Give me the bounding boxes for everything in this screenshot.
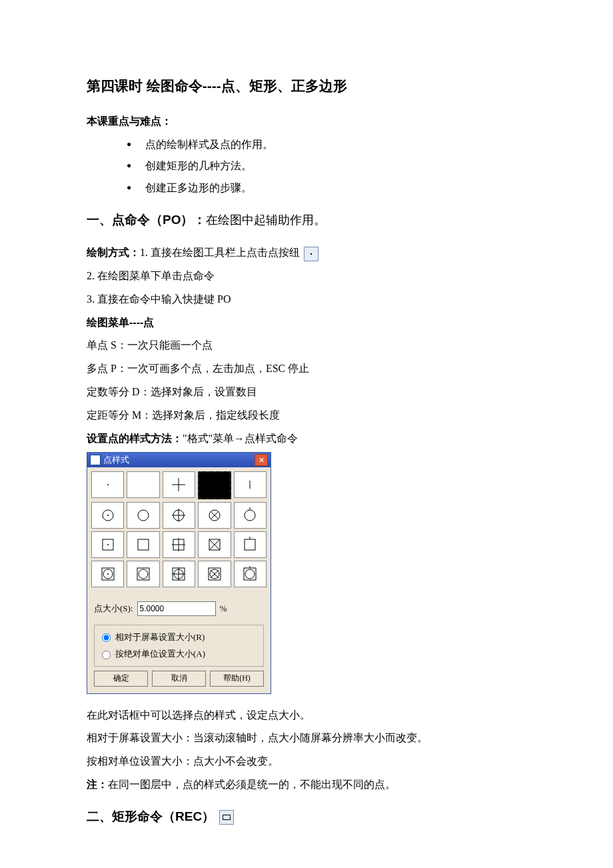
- svg-point-0: [107, 484, 109, 485]
- svg-rect-39: [244, 568, 256, 580]
- note-text: 在同一图层中，点的样式必须是统一的，不能出现不同的点。: [108, 779, 396, 790]
- section-1-desc: 在绘图中起辅助作用。: [206, 213, 326, 227]
- radio-relative-screen-input[interactable]: [102, 633, 111, 642]
- note-line: 注：在同一图层中，点的样式必须是统一的，不能出现不同的点。: [87, 775, 526, 795]
- point-style-option[interactable]: [198, 561, 231, 587]
- section-1-heading: 一、点命令（PO）：在绘图中起辅助作用。: [87, 209, 526, 231]
- list-item: 点的绘制样式及点的作用。: [127, 135, 526, 155]
- point-cmd: 定数等分 D：选择对象后，设置数目: [87, 383, 526, 402]
- key-points-list: 点的绘制样式及点的作用。 创建矩形的几种方法。 创建正多边形的步骤。: [127, 135, 526, 198]
- draw-method-1: 1. 直接在绘图工具栏上点击点按纽: [140, 247, 300, 258]
- point-cmd: 多点 P：一次可画多个点，左击加点，ESC 停止: [87, 359, 526, 379]
- after-dialog-line: 在此对话框中可以选择点的样式，设定点大小。: [87, 706, 526, 725]
- point-style-option[interactable]: [163, 502, 195, 529]
- point-style-option[interactable]: [127, 471, 159, 498]
- point-style-option[interactable]: [234, 561, 267, 587]
- point-style-option[interactable]: [91, 531, 124, 558]
- style-heading-rest: "格式"菜单→点样式命令: [183, 433, 298, 444]
- point-style-option[interactable]: [163, 531, 195, 558]
- point-style-option[interactable]: [234, 531, 267, 558]
- point-style-option[interactable]: [163, 471, 195, 498]
- dialog-title-text: 点样式: [103, 453, 129, 467]
- dialog-app-icon: [90, 455, 101, 465]
- section-2-heading: 二、矩形命令（REC）: [87, 805, 526, 828]
- list-item: 创建矩形的几种方法。: [127, 157, 526, 176]
- point-style-option[interactable]: [127, 502, 159, 529]
- point-style-option[interactable]: [91, 471, 124, 498]
- svg-point-30: [139, 569, 148, 579]
- document-page: 第四课时 绘图命令----点、矩形、正多边形 本课重点与难点： 点的绘制样式及点…: [0, 0, 613, 868]
- point-style-option[interactable]: [234, 471, 267, 498]
- key-points-heading: 本课重点与难点：: [87, 112, 526, 131]
- svg-point-40: [245, 569, 255, 579]
- size-mode-group: 相对于屏幕设置大小(R) 按绝对单位设置大小(A): [94, 625, 264, 667]
- point-style-dialog: 点样式 ✕: [87, 452, 271, 693]
- style-heading-row: 设置点的样式方法："格式"菜单→点样式命令: [87, 429, 526, 449]
- svg-rect-29: [137, 568, 149, 580]
- point-style-option[interactable]: [91, 502, 124, 529]
- dialog-titlebar: 点样式 ✕: [87, 453, 271, 467]
- point-size-label: 点大小(S):: [94, 601, 133, 616]
- point-cmd: 定距等分 M：选择对象后，指定线段长度: [87, 406, 526, 425]
- point-style-option[interactable]: [163, 561, 195, 587]
- note-label: 注：: [87, 779, 108, 790]
- svg-point-28: [107, 573, 109, 575]
- draw-method-1-row: 绘制方式：1. 直接在绘图工具栏上点击点按纽: [87, 243, 526, 263]
- svg-rect-24: [245, 539, 255, 550]
- radio-relative-screen[interactable]: 相对于屏幕设置大小(R): [99, 629, 259, 645]
- point-style-option[interactable]: [91, 561, 124, 587]
- radio-absolute-unit[interactable]: 按绝对单位设置大小(A): [99, 646, 259, 661]
- point-cmd: 单点 S：一次只能画一个点: [87, 336, 526, 355]
- draw-method-3: 3. 直接在命令中输入快捷键 PO: [87, 290, 526, 309]
- rectangle-tool-icon: [219, 810, 234, 825]
- point-style-option[interactable]: [198, 531, 231, 558]
- point-style-option[interactable]: [127, 531, 159, 558]
- svg-point-16: [107, 544, 109, 545]
- svg-point-5: [107, 515, 109, 516]
- help-button[interactable]: 帮助(H): [210, 671, 264, 687]
- point-style-grid: [87, 467, 271, 591]
- section-1-label: 一、点命令（PO）：: [87, 213, 206, 227]
- style-heading-label: 设置点的样式方法：: [87, 433, 183, 444]
- close-icon[interactable]: ✕: [255, 454, 268, 466]
- cancel-button[interactable]: 取消: [152, 671, 206, 687]
- point-size-input[interactable]: [137, 601, 216, 616]
- dialog-button-row: 确定 取消 帮助(H): [87, 671, 271, 693]
- point-size-row: 点大小(S): %: [87, 591, 271, 620]
- point-style-option[interactable]: [127, 561, 159, 587]
- section-2-label: 二、矩形命令（REC）: [87, 809, 215, 823]
- after-dialog-line: 按相对单位设置大小：点大小不会改变。: [87, 752, 526, 771]
- radio-absolute-unit-label: 按绝对单位设置大小(A): [115, 646, 205, 661]
- list-item: 创建正多边形的步骤。: [127, 179, 526, 198]
- ok-button[interactable]: 确定: [94, 671, 148, 687]
- svg-point-13: [245, 510, 255, 521]
- radio-relative-screen-label: 相对于屏幕设置大小(R): [115, 629, 205, 645]
- point-size-unit: %: [220, 601, 227, 616]
- point-tool-icon: [304, 247, 318, 261]
- lesson-title: 第四课时 绘图命令----点、矩形、正多边形: [87, 73, 526, 99]
- draw-method-2: 2. 在绘图菜单下单击点命令: [87, 267, 526, 286]
- point-style-option[interactable]: [234, 502, 267, 529]
- menu-heading: 绘图菜单----点: [87, 313, 526, 333]
- after-dialog-line: 相对于屏幕设置大小：当滚动滚轴时，点大小随屏幕分辨率大小而改变。: [87, 729, 526, 748]
- radio-absolute-unit-input[interactable]: [102, 651, 111, 659]
- point-style-option-selected[interactable]: [198, 471, 231, 499]
- point-style-option[interactable]: [198, 502, 231, 529]
- svg-rect-17: [138, 539, 149, 550]
- svg-point-6: [138, 510, 149, 521]
- draw-methods-label: 绘制方式：: [87, 247, 140, 258]
